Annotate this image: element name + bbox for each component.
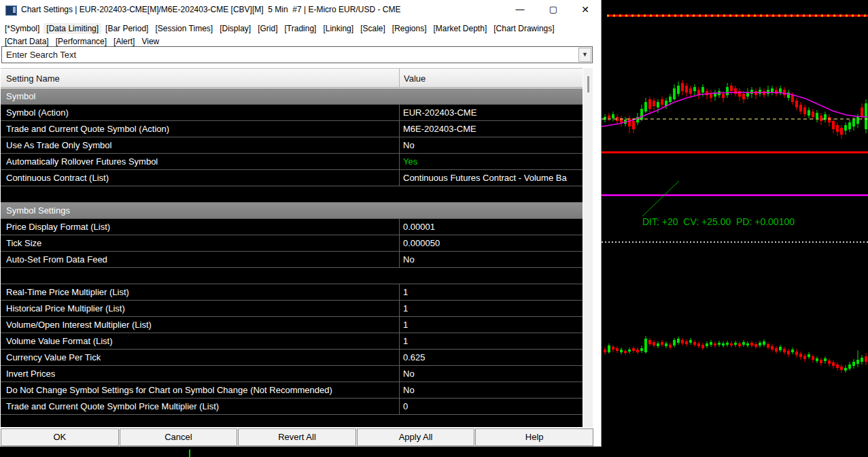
menu-item-trading[interactable]: [Trading] [282,23,319,34]
menu-item-chart-data[interactable]: [Chart Data] [2,36,52,47]
subchart-candle-body [779,347,782,350]
candle-body [775,90,778,94]
table-scrollbar[interactable] [583,68,593,428]
apply-all-button[interactable]: Apply All [357,428,475,446]
column-divider [399,69,400,87]
candle-body [844,125,847,131]
table-row-volume-value-format-list[interactable]: Volume Value Format (List)1 [1,333,583,350]
setting-value[interactable]: 1 [403,320,583,330]
subchart-candle-body [657,343,659,346]
menu-item-data-limiting[interactable]: [Data Limiting] [44,23,101,34]
menu-item-display[interactable]: [Display] [217,23,254,34]
setting-name: Symbol Settings [6,205,70,216]
subchart-candle-body [856,360,859,364]
table-row-volume-open-interest-multiplier-list[interactable]: Volume/Open Interest Multiplier (List)1 [1,317,583,333]
setting-value[interactable]: Continuous Futures Contract - Volume Ba [403,173,583,183]
maximize-button[interactable]: ▢ [542,0,564,19]
subchart-candle-body [632,348,635,351]
candle-body [763,91,765,95]
ok-button[interactable]: OK [1,428,119,446]
menu-item-market-depth[interactable]: [Market Depth] [431,23,490,34]
setting-name: Historical Price Multiplier (List) [6,303,125,314]
subchart-candle-body [636,350,639,352]
table-row-symbol-action[interactable]: Symbol (Action)EUR-202403-CME [1,105,583,121]
candle-body [661,99,663,105]
setting-value[interactable]: No [403,140,583,150]
table-row-use-as-trade-only-symbol[interactable]: Use As Trade Only SymbolNo [1,137,583,154]
setting-value[interactable]: No [403,254,583,265]
revert-all-button[interactable]: Revert All [238,428,356,446]
setting-value[interactable]: 0.000050 [403,238,583,248]
setting-value[interactable]: EUR-202403-CME [403,107,583,118]
dialog-titlebar[interactable]: Chart Settings | EUR-202403-CME[M]/M6E-2… [0,0,601,19]
settings-table: SymbolSymbol (Action)EUR-202403-CMETrade… [1,88,583,427]
table-row-continuous-contract-list[interactable]: Continuous Contract (List)Continuous Fut… [1,170,583,186]
table-row-auto-set-from-data-feed[interactable]: Auto-Set From Data FeedNo [1,252,583,268]
table-row-currency-value-per-tick[interactable]: Currency Value Per Tick0.625 [1,350,583,366]
table-row-trade-and-current-quote-symbol-action[interactable]: Trade and Current Quote Symbol (Action)M… [1,121,583,137]
setting-value[interactable]: Yes [403,156,583,167]
candle-body [746,92,749,97]
dropdown-arrow-icon[interactable]: ▼ [578,48,591,62]
subchart-candle-body [673,340,676,345]
setting-value[interactable]: M6E-202403-CME [403,124,583,134]
setting-value[interactable]: 0 [403,401,583,411]
setting-value[interactable]: No [403,385,583,395]
table-row-historical-price-multiplier-list[interactable]: Historical Price Multiplier (List)1 [1,301,583,317]
menu-item-bar-period[interactable]: [Bar Period] [103,23,151,34]
menu-item-view[interactable]: View [139,36,162,47]
setting-name: Volume Value Format (List) [6,336,113,346]
subchart-candle-body [730,343,733,345]
menu-item-linking[interactable]: [Linking] [320,23,356,34]
menu-item-symbol[interactable]: [*Symbol] [2,23,42,34]
menu-item-session-times[interactable]: [Session Times] [152,23,215,34]
subchart-candle-body [767,344,769,348]
minimize-button[interactable]: — [509,0,531,19]
subchart-candle-body [812,356,814,360]
subchart-candle-body [848,365,851,369]
candle-body [681,83,684,91]
menu-item-performance[interactable]: [Performance] [53,36,109,47]
setting-value[interactable]: 0.625 [403,352,583,362]
subchart-candle-body [710,342,712,345]
column-setting-name[interactable]: Setting Name [6,73,60,84]
candle-body [856,117,859,124]
search-combobox[interactable]: ▼ [1,46,593,63]
chart-tick-mark [189,450,190,457]
menu-item-scale[interactable]: [Scale] [358,23,388,34]
candle-body [685,86,688,92]
cancel-button[interactable]: Cancel [120,428,238,446]
candle-body [693,87,696,91]
subchart-candle-body [840,367,843,370]
setting-value[interactable]: 0.00001 [403,222,583,232]
subchart-candle-body [697,343,700,346]
scrollbar-thumb[interactable] [587,76,589,92]
setting-value[interactable]: 1 [403,287,583,297]
table-row-tick-size[interactable]: Tick Size0.000050 [1,235,583,252]
table-row-real-time-price-multiplier-list[interactable]: Real-Time Price Multiplier (List)1 [1,284,583,301]
close-button[interactable]: ✕ [574,0,596,19]
setting-value[interactable]: 1 [403,303,583,314]
subchart-candle-body [803,356,806,359]
menu-item-grid[interactable]: [Grid] [255,23,280,34]
subchart-candle-body [738,343,741,346]
setting-value[interactable]: No [403,369,583,379]
column-value[interactable]: Value [404,73,426,84]
subchart-candle-body [795,352,798,355]
cell-divider [399,235,400,251]
table-row-do-not-change-symbol-settings-for-chart-on-symbol-change-not-recommended[interactable]: Do Not Change Symbol Settings for Chart … [1,382,583,399]
table-row-invert-prices[interactable]: Invert PricesNo [1,366,583,382]
help-button[interactable]: Help [475,428,593,446]
menu-item-regions[interactable]: [Regions] [389,23,430,34]
subchart-candle-body [669,345,672,348]
search-input[interactable] [2,47,581,63]
menu-item-alert[interactable]: [Alert] [111,36,137,47]
table-row-price-display-format-list[interactable]: Price Display Format (List)0.00001 [1,219,583,235]
table-row-automatically-rollover-futures-symbol[interactable]: Automatically Rollover Futures SymbolYes [1,154,583,170]
candle-body [673,88,676,99]
candle-body [701,87,704,92]
subchart-candle-body [693,342,696,345]
table-row-trade-and-current-quote-symbol-price-multiplier-list[interactable]: Trade and Current Quote Symbol Price Mul… [1,399,583,415]
menu-item-chart-drawings[interactable]: [Chart Drawings] [491,23,557,34]
setting-value[interactable]: 1 [403,336,583,346]
